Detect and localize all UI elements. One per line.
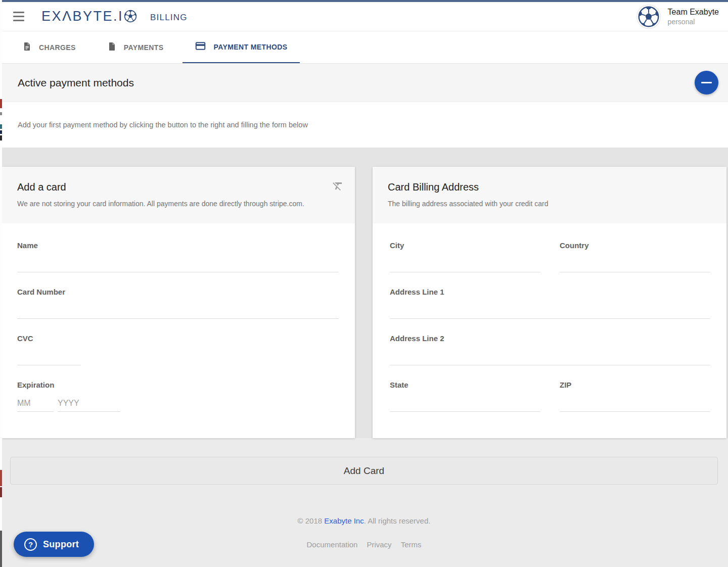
team-switcher[interactable]: Team Exabyte personal [637,2,719,31]
section-description: Add your first payment method by clickin… [18,121,308,129]
expiration-month-input[interactable] [17,395,54,412]
payment-form-area: Add a card We are not storing your card … [0,167,728,438]
page-title: BILLING [150,13,188,23]
privacy-link[interactable]: Privacy [367,540,391,549]
clear-form-button[interactable] [331,179,345,195]
card-number-label: Card Number [17,288,339,297]
credit-card-icon [195,41,206,53]
support-label: Support [43,539,79,550]
active-payment-methods-header: Active payment methods [0,64,728,102]
documentation-link[interactable]: Documentation [307,540,358,549]
tab-payment-methods[interactable]: PAYMENT METHODS [183,31,299,63]
terms-link[interactable]: Terms [401,540,422,549]
name-label: Name [17,241,339,250]
document-icon [107,41,117,54]
bottom-area: Add Card © 2018 Exabyte Inc. All rights … [0,457,728,549]
tab-label: PAYMENT METHODS [213,43,287,51]
card-number-input[interactable] [17,297,339,319]
panel-title: Add a card [17,181,340,193]
billing-address-panel: Card Billing Address The billing address… [373,167,726,438]
country-label: Country [560,241,710,250]
expiration-year-input[interactable] [58,395,120,412]
country-input[interactable] [560,250,710,272]
cvc-input[interactable] [17,343,81,365]
tab-charges[interactable]: CHARGES [10,31,88,63]
app-header: EXΛBYTE.I BILLING [0,2,728,31]
billing-tabs: CHARGES PAYMENTS PAYMENT METHODS [0,31,728,64]
document-icon [22,41,32,54]
add-card-button[interactable]: Add Card [10,457,718,485]
help-icon: ? [24,538,37,551]
address-line-1-label: Address Line 1 [390,288,710,297]
address-line-2-label: Address Line 2 [390,334,710,343]
state-label: State [390,381,540,390]
team-avatar-soccer-ball-icon [637,5,660,28]
section-title: Active payment methods [18,77,134,89]
address-line-2-input[interactable] [390,343,710,365]
company-link[interactable]: Exabyte Inc [324,516,363,525]
add-card-panel-header: Add a card We are not storing your card … [2,167,355,223]
section-description-row: Add your first payment method by clickin… [0,102,728,148]
copyright-suffix: . All rights reserved. [364,516,431,525]
zip-input[interactable] [560,390,710,412]
panel-title: Card Billing Address [388,181,711,193]
footer: © 2018 Exabyte Inc. All rights reserved.… [0,516,728,549]
city-input[interactable] [390,250,540,272]
state-input[interactable] [390,390,540,412]
format-clear-icon [332,186,344,194]
cvc-label: CVC [17,334,339,343]
copyright-prefix: © 2018 [298,516,325,525]
panel-subtitle: We are not storing your card information… [17,199,340,208]
add-card-panel-body: Name Card Number CVC Expiration [2,223,355,432]
footer-links: Documentation Privacy Terms [0,540,728,549]
add-card-panel: Add a card We are not storing your card … [2,167,355,438]
name-input[interactable] [17,250,339,272]
panel-subtitle: The billing address associated with your… [388,199,711,208]
hamburger-menu-icon[interactable] [11,9,26,24]
billing-address-panel-header: Card Billing Address The billing address… [373,167,726,223]
expiration-label: Expiration [17,381,339,390]
minus-icon [701,82,712,83]
billing-address-panel-body: City Country Address Line 1 Address Line… [373,223,726,432]
brand-logo-text: EXΛBYTE.I [41,9,123,24]
team-type: personal [668,17,719,26]
tab-label: CHARGES [39,43,76,52]
team-name: Team Exabyte [668,7,719,17]
collapse-section-button[interactable] [695,71,718,94]
support-button[interactable]: ? Support [14,532,94,557]
copyright-text: © 2018 Exabyte Inc. All rights reserved. [0,516,728,525]
zip-label: ZIP [560,381,710,390]
page-edge-artifact [0,0,2,567]
tab-label: PAYMENTS [124,43,164,52]
address-line-1-input[interactable] [390,297,710,319]
spacer-band [0,148,728,167]
city-label: City [390,241,540,250]
soccer-ball-icon [124,10,137,24]
tab-payments[interactable]: PAYMENTS [95,31,176,63]
brand-logo[interactable]: EXΛBYTE.I [41,9,137,24]
